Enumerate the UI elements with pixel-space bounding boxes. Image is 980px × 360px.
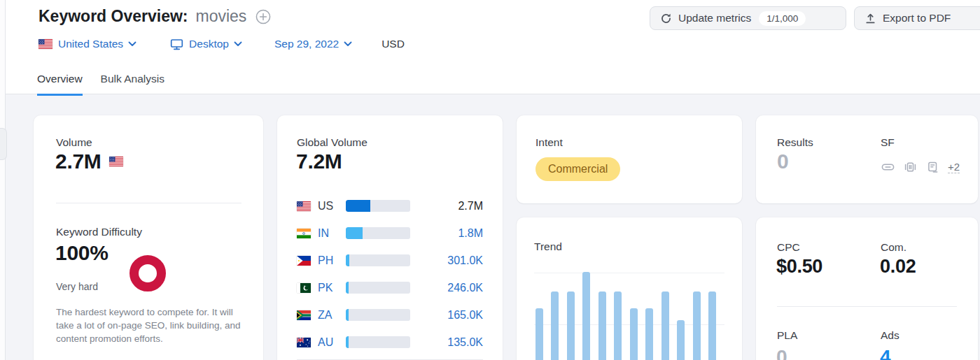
update-metrics-label: Update metrics: [678, 12, 751, 24]
keyword-difficulty-label: Keyword Difficulty: [56, 226, 142, 238]
trend-bars: [536, 272, 716, 360]
country-selector-label: United States: [58, 38, 123, 50]
global-volume-row-za: ZA165.0K: [297, 301, 483, 329]
country-volume-value[interactable]: 246.0K: [410, 282, 483, 294]
serp-features-label: SF: [881, 136, 895, 149]
intent-card: Intent Commercial: [517, 115, 742, 203]
trend-bar-1: [536, 308, 543, 360]
volume-value: 2.7M: [55, 150, 123, 173]
page-title-label: Keyword Overview:: [38, 7, 188, 26]
card-divider: [777, 306, 957, 307]
update-metrics-counter: 1/1,000: [759, 11, 806, 26]
volume-share-bar: [346, 254, 410, 266]
trend-bar-12: [708, 291, 716, 360]
tabs: OverviewBulk Analysis: [37, 73, 164, 96]
trend-bar-2: [551, 291, 559, 360]
volume-share-bar: [346, 200, 410, 212]
trend-bar-5: [598, 291, 606, 360]
left-panel-handle[interactable]: [0, 128, 7, 160]
page-title: Keyword Overview: movies: [38, 7, 271, 26]
trend-bar-4: [582, 272, 590, 360]
global-volume-row-au: AU135.0K: [297, 329, 483, 356]
flag-za-icon: [297, 310, 311, 320]
trend-bar-6: [614, 291, 622, 360]
country-volume-value[interactable]: 1.8M: [410, 227, 483, 240]
intent-label: Intent: [536, 136, 563, 149]
country-code[interactable]: PK: [318, 282, 340, 294]
flag-us-icon: [109, 157, 123, 166]
volume-label: Volume: [56, 136, 92, 149]
add-keyword-icon[interactable]: [255, 9, 271, 24]
trend-bar-7: [630, 308, 638, 360]
pla-label: PLA: [777, 329, 797, 342]
global-volume-row-ph: PH301.0K: [297, 247, 483, 274]
device-selector-label: Desktop: [189, 38, 229, 50]
global-volume-row-pk: PK246.0K: [297, 274, 483, 301]
country-code[interactable]: IN: [318, 227, 340, 240]
global-volume-label: Global Volume: [297, 136, 368, 149]
tab-bulk-analysis[interactable]: Bulk Analysis: [101, 73, 164, 96]
ads-label: Ads: [881, 329, 899, 342]
volume-card: Volume 2.7M Keyword Difficulty 100% Very…: [34, 115, 263, 360]
volume-share-bar: [346, 336, 410, 348]
carousel-icon[interactable]: [903, 160, 918, 174]
global-volume-card: Global Volume 7.2M US2.7MIN1.8MPH301.0KP…: [277, 115, 503, 360]
date-selector-label: Sep 29, 2022: [274, 38, 339, 50]
desktop-icon: [170, 38, 183, 50]
export-to-pdf-button[interactable]: Export to PDF: [854, 6, 980, 30]
chevron-down-icon: [234, 41, 242, 47]
flag-us-icon: [38, 39, 52, 49]
flag-pk-icon: [297, 283, 311, 293]
country-code[interactable]: PH: [318, 254, 340, 267]
date-selector[interactable]: Sep 29, 2022: [274, 38, 352, 50]
keyword-difficulty-value: 100%: [55, 241, 108, 265]
intent-badge-commercial[interactable]: Commercial: [536, 157, 620, 181]
cpc-card: CPC $0.50 Com. 0.02 PLA 0 Ads 4: [756, 217, 978, 360]
global-volume-value: 7.2M: [296, 150, 342, 173]
cpc-value: $0.50: [776, 256, 822, 278]
global-volume-row-us: US2.7M: [297, 192, 483, 219]
trend-card: Trend: [517, 217, 742, 360]
pla-value: 0: [776, 346, 788, 360]
global-volume-row-in: IN1.8M: [297, 219, 483, 247]
device-selector[interactable]: Desktop: [170, 38, 242, 50]
tab-overview[interactable]: Overview: [37, 73, 83, 96]
left-rail: [0, 0, 6, 360]
filter-bar: United States Desktop Sep 29, 2022 USD: [38, 38, 405, 50]
country-code[interactable]: ZA: [318, 309, 340, 322]
trend-label: Trend: [534, 240, 562, 253]
reviews-icon[interactable]: [925, 160, 940, 174]
country-code: US: [318, 200, 340, 213]
sitelinks-icon[interactable]: [881, 160, 895, 174]
volume-share-bar: [346, 309, 410, 321]
competition-label: Com.: [881, 241, 906, 254]
chevron-down-icon: [128, 41, 136, 47]
competition-value: 0.02: [880, 256, 916, 278]
country-volume-value[interactable]: 135.0K: [410, 336, 483, 349]
refresh-icon: [660, 13, 672, 24]
country-code[interactable]: AU: [318, 336, 340, 349]
flag-au-icon: [297, 338, 311, 347]
page-title-keyword: movies: [195, 7, 246, 26]
trend-bar-11: [693, 291, 701, 360]
trend-bar-10: [677, 320, 685, 360]
sf-more-count[interactable]: +2: [948, 161, 960, 173]
country-volume-value[interactable]: 165.0K: [410, 309, 483, 322]
ads-value[interactable]: 4: [880, 346, 891, 360]
update-metrics-button[interactable]: Update metrics 1/1,000: [650, 6, 846, 30]
keyword-difficulty-description: The hardest keyword to compete for. It w…: [56, 305, 248, 345]
country-selector[interactable]: United States: [38, 38, 136, 50]
country-volume-value[interactable]: 301.0K: [410, 254, 483, 267]
volume-share-bar: [346, 227, 410, 239]
keyword-difficulty-gauge: [130, 255, 166, 291]
volume-share-bar: [346, 282, 410, 294]
currency-label: USD: [382, 38, 405, 50]
card-divider: [56, 203, 241, 203]
trend-bar-9: [662, 291, 669, 360]
global-volume-rows: US2.7MIN1.8MPH301.0KPK246.0KZA165.0KAU13…: [297, 192, 483, 360]
keyword-overview-page: Keyword Overview: movies Update metrics …: [0, 0, 980, 360]
flag-us-icon: [297, 201, 311, 211]
flag-ph-icon: [297, 256, 311, 266]
results-label: Results: [777, 136, 813, 149]
export-icon: [864, 13, 876, 24]
